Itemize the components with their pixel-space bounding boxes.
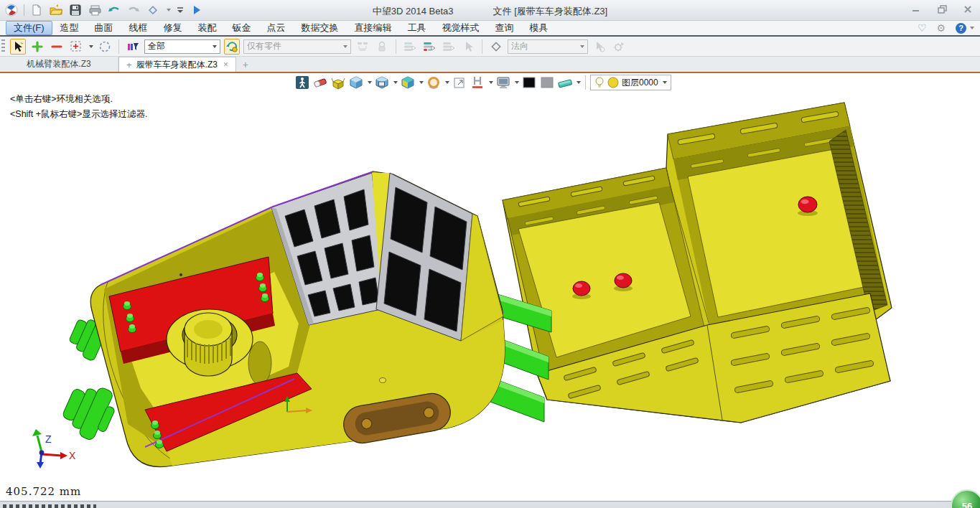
- save-icon[interactable]: [68, 3, 83, 17]
- erase-icon[interactable]: [312, 75, 328, 90]
- filter-icon[interactable]: [125, 39, 141, 55]
- display-monitor-caret[interactable]: [515, 81, 519, 84]
- zoom-window-icon[interactable]: [452, 75, 467, 90]
- hint-line-2: <Shift +鼠标右键>显示选择过滤器.: [10, 107, 147, 122]
- list-other-icon[interactable]: [441, 39, 457, 55]
- app-logo-icon: [4, 3, 19, 17]
- viewport-3d[interactable]: Z X: [0, 73, 980, 501]
- viewport-canvas[interactable]: 图层0000 <单击右键>环境相关选项. <Shift +鼠标右键>显示选择过滤…: [0, 73, 980, 501]
- layer-caret[interactable]: [663, 81, 667, 84]
- section-cube-icon[interactable]: [400, 75, 416, 90]
- model-vehicle-body[interactable]: [57, 171, 505, 467]
- menu-tab-file[interactable]: 文件(F): [6, 21, 52, 35]
- lasso-icon[interactable]: [97, 39, 113, 55]
- new-doc-tab-button[interactable]: +: [236, 57, 255, 72]
- menu-tab-pointcloud[interactable]: 点云: [259, 21, 294, 35]
- eraser-wedge-icon[interactable]: [557, 75, 573, 90]
- favorite-icon[interactable]: ♡: [918, 22, 927, 34]
- list-active-icon[interactable]: [421, 39, 437, 55]
- knob[interactable]: [798, 197, 818, 216]
- zoom-ring-icon[interactable]: [426, 75, 442, 90]
- list-history-icon[interactable]: [402, 39, 418, 55]
- close-button[interactable]: [958, 2, 977, 17]
- layer-selector[interactable]: 图层0000: [590, 75, 671, 90]
- pick-last-icon[interactable]: [460, 39, 476, 55]
- align-h-caret[interactable]: [489, 81, 493, 84]
- menu-tab-sheetmetal[interactable]: 钣金: [225, 21, 259, 35]
- measurement-readout: 405.722 mm: [6, 485, 81, 498]
- badge-count: 56: [962, 501, 972, 508]
- restore-button[interactable]: [933, 2, 951, 17]
- remove-select-icon[interactable]: [49, 39, 65, 55]
- open-file-icon[interactable]: [49, 3, 63, 17]
- pick-box-icon[interactable]: [68, 39, 84, 55]
- shaded-screen-caret[interactable]: [393, 81, 398, 84]
- add-select-icon[interactable]: [29, 39, 45, 55]
- new-file-icon[interactable]: [29, 3, 44, 17]
- display-monitor-icon[interactable]: [495, 75, 511, 90]
- menu-tab-surface[interactable]: 曲面: [87, 21, 121, 35]
- pick-settings-icon[interactable]: [611, 39, 627, 55]
- help-caret[interactable]: [970, 27, 974, 29]
- doc-tab-track-body[interactable]: + 履带车车身装配体.Z3 ×: [118, 57, 236, 72]
- model-cargo-trays[interactable]: [503, 103, 892, 423]
- settings-gear-icon[interactable]: ⚙: [936, 22, 946, 34]
- knob[interactable]: [572, 281, 591, 299]
- help-icon[interactable]: ?: [956, 23, 966, 34]
- minimize-button[interactable]: [907, 2, 925, 17]
- doc-tab-robot-arm[interactable]: 机械臂装配体.Z3: [0, 57, 118, 72]
- shaded-cube-icon[interactable]: [348, 75, 364, 90]
- menu-tab-mold[interactable]: 模具: [522, 21, 556, 35]
- redo-icon[interactable]: [126, 3, 141, 17]
- entity-filter-value: 全部: [148, 40, 165, 52]
- view-mode-icon[interactable]: [146, 3, 160, 17]
- axle-stub[interactable]: [57, 377, 121, 445]
- zoom-ring-caret[interactable]: [445, 81, 449, 84]
- normal-mode-combo[interactable]: 法向: [508, 39, 588, 54]
- shaded-screen-icon[interactable]: [374, 75, 390, 90]
- shaded-cube-caret[interactable]: [368, 81, 372, 84]
- zw3d-window: { "window": { "app_title": "中望3D 2014 Be…: [0, 0, 980, 508]
- print-icon[interactable]: [88, 3, 102, 17]
- exit-environment-icon[interactable]: [294, 75, 310, 90]
- pick-box-caret[interactable]: [89, 45, 93, 48]
- pick-cursor-icon[interactable]: [10, 39, 26, 55]
- eraser-wedge-caret[interactable]: [577, 81, 581, 84]
- gray-swatch[interactable]: [539, 75, 555, 90]
- entity-filter-combo[interactable]: 全部: [144, 39, 220, 54]
- constrain-icon[interactable]: [374, 39, 390, 55]
- menu-tab-inquire[interactable]: 查询: [487, 21, 522, 35]
- pick-scope-caret[interactable]: [343, 45, 347, 48]
- knob[interactable]: [614, 273, 633, 291]
- document-tab-bar: 机械臂装配体.Z3 + 履带车车身装配体.Z3 × +: [0, 57, 980, 72]
- pick-normal-icon[interactable]: [592, 39, 607, 55]
- align-icon[interactable]: [355, 39, 370, 55]
- unfold-box-icon[interactable]: [330, 75, 346, 90]
- view-triad: Z X: [32, 429, 76, 469]
- section-cube-caret[interactable]: [419, 81, 424, 84]
- resume-icon[interactable]: [190, 3, 204, 17]
- pick-scope-combo[interactable]: 仅有零件: [243, 39, 351, 54]
- menu-tab-data-exchange[interactable]: 数据交换: [294, 21, 347, 35]
- normal-diamond-icon[interactable]: [488, 39, 504, 55]
- divider: [585, 75, 586, 90]
- menu-tab-tools[interactable]: 工具: [400, 21, 434, 35]
- align-h-icon[interactable]: [470, 75, 485, 90]
- entity-filter-caret[interactable]: [213, 45, 217, 48]
- doc-tab-close-icon[interactable]: ×: [223, 60, 228, 70]
- menu-tab-visual-style[interactable]: 视觉样式: [434, 21, 487, 35]
- menu-tab-assembly[interactable]: 装配: [190, 21, 225, 35]
- toolbar-grip[interactable]: [1, 39, 5, 54]
- menu-tab-wireframe[interactable]: 线框: [121, 21, 156, 35]
- document-title: 文件 [履带车车身装配体.Z3]: [493, 5, 608, 18]
- refresh-filter-icon[interactable]: [224, 39, 240, 55]
- status-bar: [0, 501, 980, 508]
- undo-icon[interactable]: [107, 3, 121, 17]
- menu-tab-repair[interactable]: 修复: [156, 21, 190, 35]
- black-swatch[interactable]: [521, 75, 537, 90]
- menu-tab-direct-edit[interactable]: 直接编辑: [347, 21, 400, 35]
- view-mode-caret[interactable]: [167, 9, 171, 11]
- normal-mode-caret[interactable]: [580, 45, 584, 48]
- menu-tab-shape[interactable]: 造型: [52, 21, 87, 35]
- customize-toolbar-icon[interactable]: [176, 3, 185, 17]
